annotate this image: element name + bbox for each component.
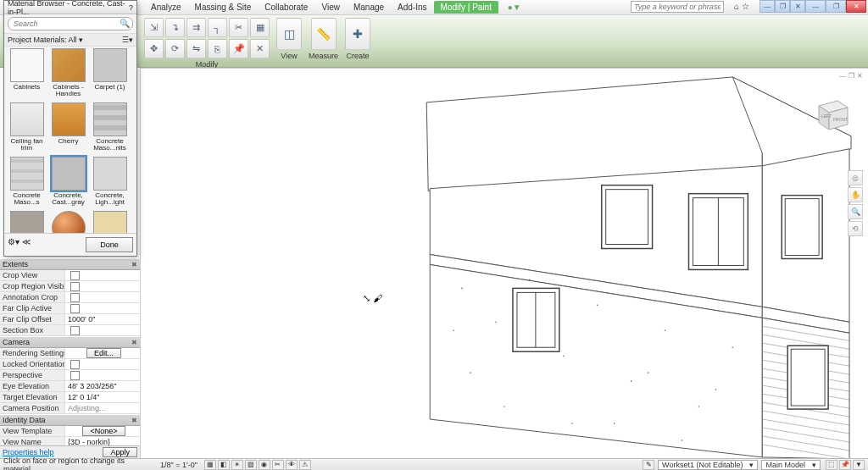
prop-value[interactable]: 48' 3 203/256" <box>64 381 140 391</box>
app-close-button[interactable]: ✕ <box>846 0 866 13</box>
ribbon-measure-icon[interactable]: 📏 <box>311 18 337 50</box>
tab-manage[interactable]: Manage <box>347 1 391 14</box>
ribbon-align-icon[interactable]: ⇉ <box>186 18 206 37</box>
viewcube[interactable]: LEFT FRONT <box>810 94 851 135</box>
prop-row[interactable]: Annotation Crop <box>0 292 140 303</box>
prop-value[interactable] <box>64 303 140 313</box>
ribbon-view-icon[interactable]: ◫ <box>276 18 302 50</box>
material-item[interactable]: Concrete, Cast...gray <box>48 157 88 209</box>
ribbon-pin-icon[interactable]: 📌 <box>229 39 248 58</box>
ribbon-corner-icon[interactable]: ┐ <box>208 18 227 37</box>
prop-value[interactable]: 1000' 0" <box>64 314 140 324</box>
prop-value[interactable] <box>64 281 140 291</box>
subscription-icon[interactable]: ⌂ <box>734 2 739 11</box>
prop-value[interactable] <box>64 270 140 280</box>
prop-group-header[interactable]: Camera✖ <box>0 336 140 348</box>
select-pinned-icon[interactable]: 📌 <box>839 460 851 470</box>
ribbon-create-icon[interactable]: ✚ <box>345 18 370 50</box>
nav-orbit-icon[interactable]: ⟲ <box>848 221 863 236</box>
prop-inline-button[interactable]: <None> <box>82 426 125 436</box>
prop-row[interactable]: View Template<None> <box>0 426 140 437</box>
prop-row[interactable]: Section Box <box>0 325 140 336</box>
material-filter-dropdown[interactable]: Project Materials: All ▾ <box>8 36 83 44</box>
ribbon-rotate-icon[interactable]: ⟳ <box>165 39 185 58</box>
prop-row[interactable]: Locked Orientation <box>0 359 140 370</box>
material-item[interactable]: Concrete, Precast <box>7 211 47 233</box>
prop-value[interactable] <box>64 359 140 369</box>
material-item[interactable]: Concrete Maso...s <box>7 157 47 209</box>
material-item[interactable]: Cabinets <box>7 48 47 101</box>
doc-close-button[interactable]: ✕ <box>790 0 805 13</box>
select-links-icon[interactable]: ⬚ <box>826 460 837 470</box>
prop-row[interactable]: Crop View <box>0 270 140 281</box>
app-minimize-button[interactable]: — <box>805 0 826 13</box>
prop-row[interactable]: Target Elevation12' 0 1/4" <box>0 392 140 403</box>
tab-finish[interactable]: ●▼ <box>498 1 531 14</box>
material-item[interactable]: Concrete, Ligh...ight <box>90 157 130 209</box>
prop-row[interactable]: Crop Region Visible <box>0 281 140 292</box>
material-search-input[interactable] <box>8 17 133 30</box>
tab-view[interactable]: View <box>314 1 347 14</box>
checkbox[interactable] <box>70 371 80 380</box>
dialog-help-icon[interactable]: ? <box>129 3 133 12</box>
material-item[interactable]: Ceiling fan trim <box>7 102 47 155</box>
material-item[interactable]: Cabinets - Handles <box>48 48 88 101</box>
material-item[interactable]: Counter Top <box>90 211 130 233</box>
nav-wheel-icon[interactable]: ◎ <box>848 170 863 185</box>
checkbox[interactable] <box>70 282 80 291</box>
nav-pan-icon[interactable]: ✋ <box>848 187 863 202</box>
prop-value[interactable] <box>64 325 140 335</box>
3d-viewport[interactable]: — ❐ ✕ <box>140 68 868 458</box>
doc-minimize-button[interactable]: — <box>760 0 775 13</box>
checkbox[interactable] <box>70 293 80 302</box>
material-browser-dialog[interactable]: Material Browser - Concrete, Cast-in-Pl.… <box>3 0 137 257</box>
ribbon-array-icon[interactable]: ▦ <box>250 18 270 37</box>
workset-icon[interactable]: ✎ <box>643 460 654 470</box>
checkbox[interactable] <box>70 304 80 313</box>
material-item[interactable]: Cherry <box>48 102 88 155</box>
hide-icon[interactable]: 👁 <box>286 460 298 470</box>
prop-row[interactable]: Far Clip Offset1000' 0" <box>0 314 140 325</box>
render-icon[interactable]: ◉ <box>259 460 270 470</box>
sun-path-icon[interactable]: ☀ <box>231 460 243 470</box>
nav-zoom-icon[interactable]: 🔍 <box>848 204 863 219</box>
tab-massing[interactable]: Massing & Site <box>188 1 259 14</box>
prop-value[interactable]: Edit... <box>64 348 140 358</box>
ribbon-move-icon[interactable]: ✥ <box>144 39 164 58</box>
filter-icon[interactable]: ▼ <box>853 460 865 470</box>
keyword-search-input[interactable] <box>631 1 724 13</box>
tab-collaborate[interactable]: Collaborate <box>258 1 314 14</box>
tab-modify-paint[interactable]: Modify | Paint <box>434 1 498 14</box>
prop-row[interactable]: Perspective <box>0 370 140 381</box>
prop-row[interactable]: Camera PositionAdjusting... <box>0 403 140 414</box>
material-item[interactable]: Concrete Maso...nits <box>90 102 130 155</box>
prop-value[interactable]: <None> <box>64 426 140 436</box>
done-button[interactable]: Done <box>86 237 133 252</box>
prop-value[interactable]: 12' 0 1/4" <box>64 392 140 402</box>
material-item[interactable]: Carpet (1) <box>90 48 130 101</box>
material-item[interactable]: Copper <box>48 211 88 233</box>
prop-row[interactable]: Eye Elevation48' 3 203/256" <box>0 381 140 392</box>
checkbox[interactable] <box>70 326 80 335</box>
ribbon-delete-icon[interactable]: ✕ <box>250 39 270 58</box>
properties-help-link[interactable]: Properties help <box>3 448 54 456</box>
ribbon-offset-icon[interactable]: ⇲ <box>144 18 164 37</box>
prop-group-header[interactable]: Extents✖ <box>0 258 140 270</box>
prop-value[interactable]: Adjusting... <box>64 403 140 413</box>
model-dropdown[interactable]: Main Model▾ <box>761 460 821 470</box>
reveal-icon[interactable]: ⚠ <box>299 460 311 470</box>
prop-inline-button[interactable]: Edit... <box>86 348 121 358</box>
tab-analyze[interactable]: Analyze <box>144 1 188 14</box>
prop-row[interactable]: Rendering SettingsEdit... <box>0 348 140 359</box>
material-menu-icon[interactable]: ⚙▾ ≪ <box>8 237 31 252</box>
prop-value[interactable] <box>64 292 140 302</box>
shadow-icon[interactable]: ▨ <box>245 460 257 470</box>
prop-value[interactable] <box>64 370 140 380</box>
ribbon-trim-icon[interactable]: ↴ <box>165 18 185 37</box>
crop-icon[interactable]: ✂ <box>272 460 284 470</box>
visual-style-icon[interactable]: ◧ <box>218 460 230 470</box>
workset-dropdown[interactable]: Workset1 (Not Editable)▾ <box>658 460 758 470</box>
ribbon-split-icon[interactable]: ✂ <box>229 18 248 37</box>
ribbon-copy-icon[interactable]: ⎘ <box>208 39 227 58</box>
view-scale-dropdown[interactable]: 1/8" = 1'-0" <box>160 461 198 469</box>
